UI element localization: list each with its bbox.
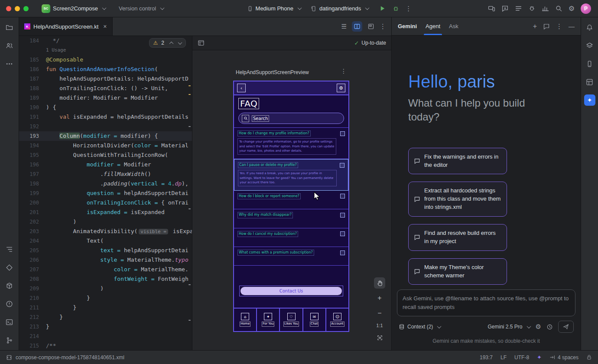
app-quality-insights-icon[interactable] bbox=[528, 5, 536, 12]
layout-inspector-icon[interactable] bbox=[584, 76, 595, 88]
gemini-chat-icon[interactable] bbox=[501, 5, 509, 12]
problems-tool-icon[interactable] bbox=[4, 298, 15, 309]
faq-item[interactable]: Can I pause or delete my profile?Yes. If… bbox=[234, 159, 348, 191]
code-line[interactable]: 201 isExpanded = isExpanded bbox=[19, 208, 192, 217]
code-line[interactable]: 198 .padding(vertical = 4.dp), bbox=[19, 179, 192, 188]
ai-status-spark-icon[interactable]: ✦ bbox=[537, 354, 542, 361]
contact-us-button[interactable]: Contact Us bbox=[239, 286, 343, 296]
stripe-mark[interactable] bbox=[188, 320, 191, 321]
search-bar[interactable]: Search bbox=[238, 113, 344, 124]
running-device-selector[interactable]: datingandfriends bbox=[307, 3, 372, 13]
pan-hand-icon[interactable] bbox=[374, 277, 385, 289]
split-view-icon[interactable] bbox=[352, 21, 362, 32]
stripe-mark[interactable] bbox=[188, 126, 191, 127]
code-view-icon[interactable]: ☰ bbox=[341, 23, 347, 30]
code-line[interactable]: 192 bbox=[19, 122, 192, 131]
zoom-ratio-button[interactable]: 1:1 bbox=[376, 323, 383, 328]
logcat-icon[interactable] bbox=[515, 5, 522, 12]
caret-position[interactable]: 193:7 bbox=[480, 354, 493, 361]
project-selector[interactable]: SC Screen2Compose bbox=[38, 3, 109, 15]
suggestion-card[interactable]: Make my Theme's color scheme warmer bbox=[408, 258, 507, 285]
settings-gear-icon[interactable]: ⚙ bbox=[569, 4, 575, 13]
code-line[interactable]: 214 bbox=[19, 332, 192, 341]
preview-options-kebab[interactable]: ⋮ bbox=[341, 68, 347, 75]
code-line[interactable]: 203 AnimatedVisibility(visible = isExpan bbox=[19, 227, 192, 236]
zoom-in-button[interactable]: + bbox=[374, 292, 385, 304]
lock-icon[interactable] bbox=[586, 354, 592, 360]
suggestion-card[interactable]: Fix the warnings and errors in the edito… bbox=[408, 148, 507, 175]
code-line[interactable]: 207 color = MaterialTheme. bbox=[19, 265, 192, 274]
design-view-icon[interactable] bbox=[367, 23, 374, 30]
nav-item-chat[interactable]: ✉Chat bbox=[303, 309, 326, 331]
status-file-name[interactable]: compose-compose-model-1758748140651.xml bbox=[16, 354, 124, 361]
resource-manager-icon[interactable] bbox=[4, 262, 15, 273]
search-icon[interactable] bbox=[555, 5, 562, 12]
gemini-tab-ask[interactable]: Ask bbox=[449, 17, 458, 35]
nav-item-account[interactable]: ☺Account bbox=[326, 309, 348, 331]
zoom-to-fit-button[interactable] bbox=[374, 332, 385, 343]
prev-warning-icon[interactable] bbox=[169, 41, 174, 46]
gemini-tab-agent[interactable]: Agent bbox=[426, 17, 440, 35]
faq-item[interactable]: Why did my match disappear? bbox=[234, 209, 348, 228]
close-window-button[interactable] bbox=[6, 6, 11, 11]
faq-expand-icon[interactable] bbox=[340, 250, 345, 255]
code-line[interactable]: 195 QuestionWithTrailingIconRow( bbox=[19, 150, 192, 160]
code-line[interactable]: 209 ) bbox=[19, 284, 192, 293]
build-tool-icon[interactable] bbox=[4, 280, 15, 291]
send-button[interactable] bbox=[558, 321, 574, 333]
code-line[interactable]: 190) { bbox=[19, 103, 192, 112]
context-selector[interactable]: Context (2) bbox=[399, 324, 441, 330]
code-line[interactable]: 186fun QuestionAndAnswerInfoSection( bbox=[19, 65, 192, 74]
faq-expand-icon[interactable] bbox=[340, 194, 345, 198]
code-line[interactable]: 196 modifier = Modifier bbox=[19, 160, 192, 169]
code-line[interactable]: 202 ) bbox=[19, 217, 192, 227]
device-mirroring-icon[interactable] bbox=[488, 5, 495, 12]
code-editor[interactable]: ⚠ 2 184 */1 Usage185@Composable186fun Qu… bbox=[19, 36, 192, 350]
panel-options-kebab[interactable]: ⋮ bbox=[556, 23, 562, 30]
faq-item[interactable]: What comes with a premium subscription? bbox=[234, 247, 348, 266]
code-line[interactable]: 197 .fillMaxWidth() bbox=[19, 169, 192, 179]
faq-expand-icon[interactable] bbox=[340, 163, 344, 168]
code-line[interactable]: 206 style = MaterialTheme.typo bbox=[19, 255, 192, 265]
preview-canvas[interactable]: HelpAndSupportScreenPreview ⋮ ‹ ⚙ FAQ bbox=[192, 50, 391, 350]
notifications-bell-icon[interactable] bbox=[584, 22, 595, 33]
code-line[interactable]: 212 } bbox=[19, 312, 192, 322]
code-line[interactable]: 199 question = helpAndSupportDetai bbox=[19, 188, 192, 198]
user-avatar[interactable]: P bbox=[581, 3, 591, 14]
file-encoding[interactable]: UTF-8 bbox=[514, 354, 529, 361]
line-separator[interactable]: LF bbox=[500, 354, 507, 361]
hide-panel-icon[interactable]: — bbox=[569, 23, 575, 30]
inspection-widget[interactable]: ⚠ 2 bbox=[149, 38, 186, 48]
nav-item-likes-you[interactable]: ♡Likes You bbox=[280, 309, 303, 331]
stripe-mark[interactable] bbox=[188, 284, 191, 285]
gemini-tool-icon[interactable]: ✦ bbox=[584, 94, 595, 106]
code-line[interactable]: 191 val isExpanded = helpAndSupportDetai… bbox=[19, 112, 192, 122]
code-line[interactable]: 210 } bbox=[19, 293, 192, 303]
run-button[interactable] bbox=[379, 5, 386, 12]
new-chat-plus-icon[interactable]: + bbox=[533, 23, 537, 30]
model-selector[interactable]: Gemini 2.5 Pro bbox=[488, 324, 530, 330]
profiler-icon[interactable] bbox=[542, 5, 549, 12]
code-line[interactable]: 194 HorizontalDivider(color = Material bbox=[19, 141, 192, 150]
preview-name-label[interactable]: HelpAndSupportScreenPreview bbox=[236, 69, 309, 75]
code-line[interactable]: 215/** bbox=[19, 341, 192, 350]
faq-item[interactable]: How do I change my profile information?T… bbox=[234, 128, 348, 159]
tab-options-kebab[interactable]: ⋮ bbox=[380, 23, 386, 30]
minimize-window-button[interactable] bbox=[15, 6, 20, 11]
code-line[interactable]: 187 helpAndSupportDetails: HelpAndSuppor… bbox=[19, 74, 192, 84]
project-tool-icon[interactable] bbox=[4, 22, 15, 33]
more-actions-kebab[interactable]: ⋮ bbox=[405, 5, 412, 13]
close-tab-icon[interactable]: × bbox=[103, 23, 107, 30]
faq-expand-icon[interactable] bbox=[340, 131, 345, 136]
indent-setting[interactable]: 4 spaces bbox=[549, 354, 578, 361]
phone-preview[interactable]: ‹ ⚙ FAQ Search bbox=[233, 81, 349, 332]
zoom-out-button[interactable]: − bbox=[374, 308, 385, 319]
debug-button[interactable] bbox=[393, 5, 399, 12]
code-line[interactable]: 200 onTrailingIconClick = { onTrai bbox=[19, 198, 192, 208]
device-manager-icon[interactable] bbox=[584, 58, 595, 69]
stripe-mark[interactable] bbox=[188, 208, 191, 209]
warning-stripe-mark[interactable] bbox=[188, 94, 191, 95]
code-line[interactable]: 189 modifier: Modifier = Modifier bbox=[19, 93, 192, 103]
code-line[interactable]: 188 onTrailingIconClick: () -> Unit, bbox=[19, 84, 192, 93]
back-icon[interactable]: ‹ bbox=[237, 84, 246, 92]
